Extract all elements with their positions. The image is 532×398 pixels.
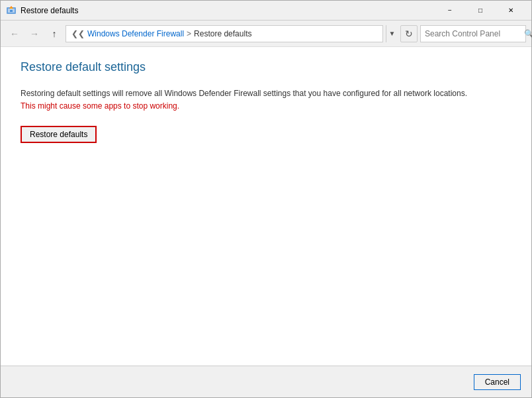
page-title: Restore default settings <box>21 60 511 74</box>
search-input[interactable] <box>425 29 524 38</box>
svg-rect-4 <box>10 10 13 12</box>
path-current: Restore defaults <box>194 29 251 38</box>
window: Restore defaults − □ ✕ ← → ↑ ❮❮ Windows … <box>0 0 532 398</box>
path-separator: > <box>187 29 191 38</box>
maximize-button[interactable]: □ <box>465 1 496 21</box>
cancel-button[interactable]: Cancel <box>474 374 521 390</box>
address-path: ❮❮ Windows Defender Firewall > Restore d… <box>66 25 383 42</box>
address-dropdown-button[interactable]: ▼ <box>386 25 398 42</box>
minimize-button[interactable]: − <box>435 1 465 21</box>
restore-defaults-button[interactable]: Restore defaults <box>21 126 97 143</box>
title-bar-title: Restore defaults <box>21 6 435 15</box>
main-content: Restore default settings Restoring defau… <box>1 47 531 366</box>
up-button[interactable]: ↑ <box>46 25 63 42</box>
refresh-button[interactable]: ↻ <box>400 25 418 42</box>
address-bar: ← → ↑ ❮❮ Windows Defender Firewall > Res… <box>1 21 531 47</box>
title-bar: Restore defaults − □ ✕ <box>1 1 531 21</box>
footer: Cancel <box>1 366 531 397</box>
search-box: 🔍 <box>420 25 526 42</box>
description-warning: This might cause some apps to stop worki… <box>21 101 179 111</box>
close-button[interactable]: ✕ <box>496 1 526 21</box>
path-parent-link[interactable]: Windows Defender Firewall <box>87 29 184 38</box>
title-bar-controls: − □ ✕ <box>435 1 526 21</box>
description-normal: Restoring default settings will remove a… <box>21 89 467 98</box>
search-icon: 🔍 <box>524 29 532 38</box>
forward-button[interactable]: → <box>26 25 43 42</box>
back-button[interactable]: ← <box>6 25 23 42</box>
window-icon <box>6 5 17 16</box>
description: Restoring default settings will remove a… <box>21 87 484 113</box>
